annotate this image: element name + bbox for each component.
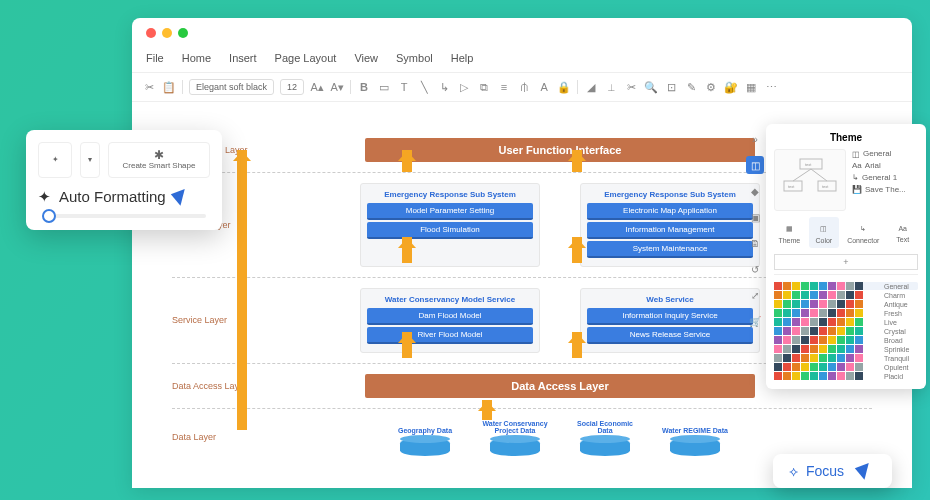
swatch[interactable] bbox=[783, 363, 791, 371]
swatch[interactable] bbox=[828, 300, 836, 308]
dropdown-button[interactable]: ▾ bbox=[80, 142, 100, 178]
swatch[interactable] bbox=[819, 372, 827, 380]
create-smart-shape-button[interactable]: ✱Create Smart Shape bbox=[108, 142, 210, 178]
maximize-icon[interactable] bbox=[178, 28, 188, 38]
swatch[interactable] bbox=[828, 282, 836, 290]
swatch[interactable] bbox=[801, 363, 809, 371]
swatch[interactable] bbox=[846, 336, 854, 344]
format-slider[interactable] bbox=[42, 214, 206, 218]
collapse-icon[interactable]: » bbox=[746, 130, 764, 148]
cut-icon[interactable]: ✂ bbox=[142, 80, 156, 94]
swatch-row[interactable]: Charm bbox=[774, 291, 918, 299]
swatch[interactable] bbox=[783, 372, 791, 380]
swatch[interactable] bbox=[846, 372, 854, 380]
theme-tab-icon[interactable]: ◫ bbox=[746, 156, 764, 174]
swatch[interactable] bbox=[837, 336, 845, 344]
swatch-row[interactable]: Live bbox=[774, 318, 918, 326]
swatch[interactable] bbox=[828, 345, 836, 353]
swatch[interactable] bbox=[846, 363, 854, 371]
swatch[interactable] bbox=[783, 282, 791, 290]
swatch[interactable] bbox=[828, 327, 836, 335]
history-tab-icon[interactable]: ↺ bbox=[746, 260, 764, 278]
lock-icon[interactable]: 🔒 bbox=[557, 80, 571, 94]
swatch[interactable] bbox=[810, 291, 818, 299]
swatch[interactable] bbox=[837, 309, 845, 317]
swatch[interactable] bbox=[801, 282, 809, 290]
subsystem-box[interactable]: Emergency Response Sub System Model Para… bbox=[360, 183, 540, 267]
menu-file[interactable]: File bbox=[146, 52, 164, 64]
opt-font[interactable]: AaArial bbox=[852, 161, 918, 170]
swatch[interactable] bbox=[801, 318, 809, 326]
swatch[interactable] bbox=[810, 372, 818, 380]
swatch[interactable] bbox=[810, 363, 818, 371]
swatch[interactable] bbox=[774, 309, 782, 317]
swatch[interactable] bbox=[801, 354, 809, 362]
bar-item[interactable]: Electronic Map Application bbox=[587, 203, 753, 220]
swatch-row[interactable]: Fresh bbox=[774, 309, 918, 317]
swatch[interactable] bbox=[792, 300, 800, 308]
swatch[interactable] bbox=[819, 336, 827, 344]
menu-view[interactable]: View bbox=[354, 52, 378, 64]
bar-item[interactable]: Dam Flood Model bbox=[367, 308, 533, 325]
pointer-icon[interactable]: ▷ bbox=[457, 80, 471, 94]
expand-icon[interactable]: ⤢ bbox=[746, 286, 764, 304]
swatch[interactable] bbox=[855, 327, 863, 335]
bold-icon[interactable]: B bbox=[357, 80, 371, 94]
pen-icon[interactable]: ✎ bbox=[684, 80, 698, 94]
opt-save[interactable]: 💾Save The... bbox=[852, 185, 918, 194]
swatch[interactable] bbox=[819, 300, 827, 308]
swatch[interactable] bbox=[828, 291, 836, 299]
swatch-row[interactable]: Opulent bbox=[774, 363, 918, 371]
swatch[interactable] bbox=[846, 309, 854, 317]
search-icon[interactable]: 🔍 bbox=[644, 80, 658, 94]
subsystem-box[interactable]: Water Conservancy Model Service Dam Floo… bbox=[360, 288, 540, 353]
swatch[interactable] bbox=[819, 354, 827, 362]
swatch[interactable] bbox=[855, 372, 863, 380]
close-icon[interactable] bbox=[146, 28, 156, 38]
tab-theme[interactable]: ▦Theme bbox=[774, 217, 805, 248]
swatch[interactable] bbox=[783, 354, 791, 362]
swatch[interactable] bbox=[819, 291, 827, 299]
crop-icon[interactable]: ⟂ bbox=[604, 80, 618, 94]
swatch[interactable] bbox=[837, 318, 845, 326]
distribute-icon[interactable]: ⫛ bbox=[517, 80, 531, 94]
sparkle-button[interactable]: ✦ bbox=[38, 142, 72, 178]
font-up-icon[interactable]: A▴ bbox=[310, 80, 324, 94]
swatch[interactable] bbox=[855, 291, 863, 299]
swatch[interactable] bbox=[819, 309, 827, 317]
text-icon[interactable]: A bbox=[537, 80, 551, 94]
font-family-select[interactable]: Elegant soft black bbox=[189, 79, 274, 95]
swatch[interactable] bbox=[819, 327, 827, 335]
bar-item[interactable]: News Release Service bbox=[587, 327, 753, 344]
swatch[interactable] bbox=[792, 372, 800, 380]
swatch[interactable] bbox=[792, 354, 800, 362]
swatch[interactable] bbox=[819, 282, 827, 290]
swatch[interactable] bbox=[801, 327, 809, 335]
swatch[interactable] bbox=[801, 291, 809, 299]
swatch[interactable] bbox=[774, 336, 782, 344]
layer-tab-icon[interactable]: ◆ bbox=[746, 182, 764, 200]
swatch[interactable] bbox=[819, 345, 827, 353]
swatch[interactable] bbox=[846, 318, 854, 326]
swatch[interactable] bbox=[783, 291, 791, 299]
bar-item[interactable]: Information Management bbox=[587, 222, 753, 239]
swatch[interactable] bbox=[837, 345, 845, 353]
rect-tool-icon[interactable]: ▭ bbox=[377, 80, 391, 94]
swatch[interactable] bbox=[801, 345, 809, 353]
target-icon[interactable]: ⊡ bbox=[664, 80, 678, 94]
more-icon[interactable]: ⋯ bbox=[764, 80, 778, 94]
minimize-icon[interactable] bbox=[162, 28, 172, 38]
swatch[interactable] bbox=[828, 372, 836, 380]
bar-item[interactable]: Information Inquiry Service bbox=[587, 308, 753, 325]
paste-icon[interactable]: 📋 bbox=[162, 80, 176, 94]
swatch[interactable] bbox=[846, 291, 854, 299]
swatch[interactable] bbox=[774, 291, 782, 299]
swatch[interactable] bbox=[837, 372, 845, 380]
swatch[interactable] bbox=[837, 363, 845, 371]
swatch[interactable] bbox=[837, 300, 845, 308]
bar-item[interactable]: Model Parameter Setting bbox=[367, 203, 533, 220]
align-icon[interactable]: ≡ bbox=[497, 80, 511, 94]
bar-item[interactable]: System Maintenance bbox=[587, 241, 753, 258]
fillcolor-icon[interactable]: ◢ bbox=[584, 80, 598, 94]
swatch-row[interactable]: Tranquil bbox=[774, 354, 918, 362]
